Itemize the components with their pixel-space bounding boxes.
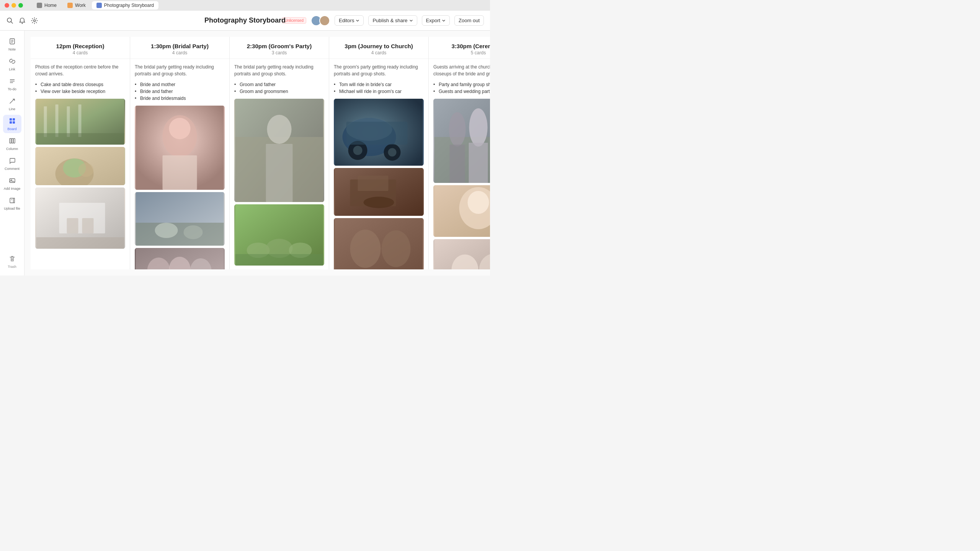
col2-description: The bridal party getting ready including… xyxy=(135,64,225,77)
col2-count: 4 cards xyxy=(136,50,223,55)
notification-icon[interactable] xyxy=(18,17,26,24)
sidebar-item-trash[interactable]: Trash xyxy=(3,253,21,271)
svg-rect-21 xyxy=(10,198,13,203)
board-area[interactable]: 12pm (Reception) 4 cards Photos of the r… xyxy=(24,31,490,276)
search-icon[interactable] xyxy=(6,17,14,24)
sidebar-todo-label: To-do xyxy=(8,87,16,91)
col3-bullets: Groom and father Groom and groomsmen xyxy=(234,81,324,95)
col1-content: Photos of the reception centre before th… xyxy=(31,59,130,269)
photo-item[interactable] xyxy=(334,168,424,216)
tab-work-label: Work xyxy=(75,3,86,8)
traffic-lights xyxy=(5,3,23,8)
publish-button[interactable]: Publish & share xyxy=(368,15,417,26)
sidebar-item-note[interactable]: Note xyxy=(3,35,21,54)
col1-bullets: Cake and table dress closeups View over … xyxy=(35,81,125,95)
sidebar-item-board[interactable]: Board xyxy=(3,115,21,133)
photo-item[interactable] xyxy=(334,99,424,166)
settings-icon[interactable] xyxy=(31,17,38,24)
photo-item[interactable] xyxy=(433,185,490,237)
list-item: Party and family group shots xyxy=(433,81,490,88)
photo-item[interactable] xyxy=(433,239,490,269)
col2-bullets: Bride and mother Bride and father Bride … xyxy=(135,81,225,102)
tab-home[interactable]: Home xyxy=(32,1,61,10)
zoom-button[interactable]: Zoom out xyxy=(454,15,484,26)
column-header-journey: 3pm (Journey to Church) 4 cards xyxy=(329,37,428,59)
photo-item[interactable] xyxy=(135,192,225,246)
col4-photos xyxy=(334,99,424,269)
photo-item[interactable] xyxy=(35,147,125,185)
col2-photos xyxy=(135,106,225,269)
list-item: Guests and wedding party group shots xyxy=(433,88,490,95)
svg-line-2 xyxy=(11,21,13,23)
sidebar-item-add-image[interactable]: Add Image xyxy=(3,174,21,193)
col5-bullets: Party and family group shots Guests and … xyxy=(433,81,490,95)
col5-count: 5 cards xyxy=(435,50,490,55)
minimize-button[interactable] xyxy=(11,3,16,8)
photo-item[interactable] xyxy=(135,248,225,269)
photo-item[interactable] xyxy=(334,218,424,269)
sidebar-item-comment[interactable]: Comment xyxy=(3,155,21,173)
editors-button[interactable]: Editors xyxy=(335,15,364,26)
svg-point-56 xyxy=(267,115,292,144)
photo-item[interactable] xyxy=(433,99,490,183)
close-button[interactable] xyxy=(5,3,9,8)
col3-content: The bridal party getting ready including… xyxy=(230,59,329,269)
photo-item[interactable] xyxy=(234,99,324,202)
sidebar-item-link[interactable]: Link xyxy=(3,55,21,73)
sidebar-item-todo[interactable]: To-do xyxy=(3,75,21,93)
svg-point-47 xyxy=(184,225,203,239)
sidebar-item-column[interactable]: Column xyxy=(3,135,21,153)
col3-title: 2:30pm (Groom's Party) xyxy=(236,43,323,49)
fullscreen-button[interactable] xyxy=(18,3,23,8)
note-icon xyxy=(9,38,16,46)
tab-photography[interactable]: Photography Storyboard xyxy=(92,1,158,10)
col4-title: 3pm (Journey to Church) xyxy=(335,43,422,49)
add-image-icon xyxy=(9,177,16,186)
photo-item[interactable] xyxy=(35,187,125,249)
tab-work[interactable]: Work xyxy=(63,1,90,10)
svg-point-69 xyxy=(388,148,397,156)
svg-rect-38 xyxy=(82,218,94,233)
photo-item[interactable] xyxy=(35,99,125,145)
todo-icon xyxy=(9,78,16,86)
col4-description: The groom's party getting ready includin… xyxy=(334,64,424,77)
svg-rect-15 xyxy=(13,121,15,124)
sidebar-note-label: Note xyxy=(8,47,16,51)
sidebar-comment-label: Comment xyxy=(5,167,20,171)
svg-rect-30 xyxy=(36,133,124,145)
sidebar-upload-label: Upload file xyxy=(4,207,20,210)
svg-rect-29 xyxy=(78,104,82,137)
col1-count: 4 cards xyxy=(37,50,124,55)
board-icon xyxy=(9,117,16,126)
svg-point-4 xyxy=(34,20,36,21)
svg-rect-62 xyxy=(235,254,323,266)
column-header-groom: 2:30pm (Groom's Party) 3 cards xyxy=(230,37,329,59)
col2-content: The bridal party getting ready including… xyxy=(130,59,229,269)
main-layout: Note Link To-do Line Board xyxy=(0,31,490,276)
comment-icon xyxy=(9,157,16,166)
svg-rect-17 xyxy=(11,139,13,143)
tab-home-label: Home xyxy=(44,3,57,8)
svg-point-88 xyxy=(468,191,489,214)
sidebar-item-upload[interactable]: Upload file xyxy=(3,194,21,213)
zoom-label: Zoom out xyxy=(459,18,480,23)
column-groom: 2:30pm (Groom's Party) 3 cards The brida… xyxy=(230,37,329,269)
col5-photos xyxy=(433,99,490,269)
export-button[interactable]: Export xyxy=(422,15,450,26)
work-icon xyxy=(67,3,73,8)
photo-reception-1 xyxy=(35,99,125,145)
col4-content: The groom's party getting ready includin… xyxy=(329,59,428,269)
photo-item[interactable] xyxy=(135,106,225,190)
avatar-2 xyxy=(319,15,330,26)
svg-point-77 xyxy=(382,230,411,267)
sidebar-item-line[interactable]: Line xyxy=(3,95,21,113)
svg-point-3 xyxy=(22,23,23,24)
list-item: Bride and father xyxy=(135,88,225,95)
col4-bullets: Tom will ride in bride's car Michael wil… xyxy=(334,81,424,95)
col1-photos xyxy=(35,99,125,249)
photo-item[interactable] xyxy=(234,204,324,266)
col4-count: 4 cards xyxy=(335,50,422,55)
tab-photo-label: Photography Storyboard xyxy=(104,3,154,8)
svg-point-81 xyxy=(469,108,488,147)
svg-rect-45 xyxy=(136,223,224,246)
